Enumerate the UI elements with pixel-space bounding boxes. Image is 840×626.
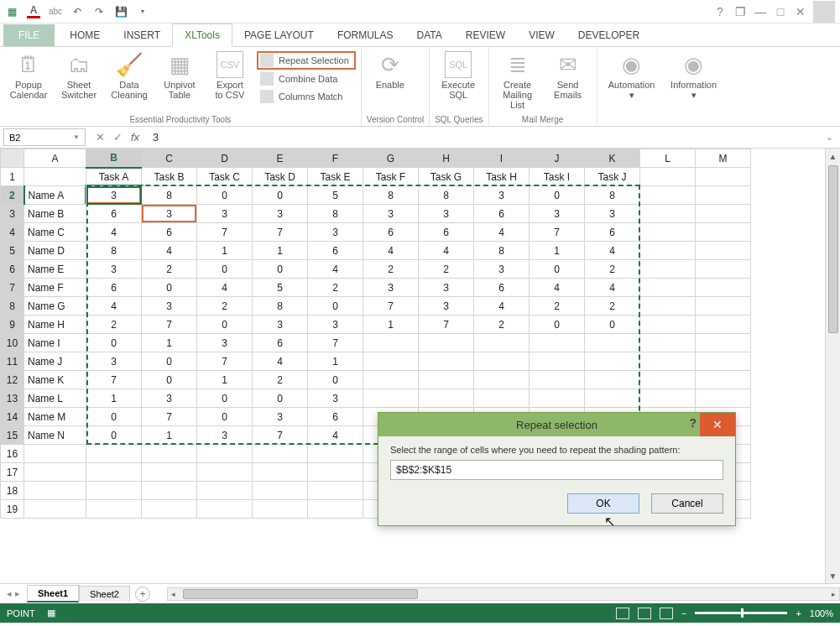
cell-D7[interactable]: 4 <box>197 279 253 297</box>
accept-formula-icon[interactable]: ✓ <box>113 131 123 143</box>
cell-E1[interactable]: Task D <box>253 168 308 186</box>
cell-J11[interactable] <box>530 352 585 371</box>
cell-K2[interactable]: 8 <box>585 186 640 205</box>
cell-L4[interactable] <box>640 223 696 242</box>
cell-F11[interactable]: 1 <box>308 352 363 371</box>
cell-K7[interactable]: 4 <box>585 279 640 297</box>
row-header-16[interactable]: 16 <box>1 445 24 463</box>
row-header-11[interactable]: 11 <box>1 352 24 371</box>
cell-F14[interactable]: 6 <box>308 408 363 426</box>
cell-C11[interactable]: 0 <box>142 352 197 371</box>
cell-F15[interactable]: 4 <box>308 426 363 445</box>
cell-D13[interactable]: 0 <box>197 389 253 408</box>
cell-A16[interactable] <box>24 445 86 463</box>
sheet-tab-1[interactable]: Sheet1 <box>27 585 79 603</box>
cell-M11[interactable] <box>696 352 751 371</box>
tab-insert[interactable]: INSERT <box>112 24 172 46</box>
cell-E7[interactable]: 5 <box>253 279 308 297</box>
cell-H6[interactable]: 2 <box>419 260 474 279</box>
enable-button[interactable]: ⟳Enable <box>367 50 414 91</box>
cell-A1[interactable] <box>24 168 86 186</box>
macro-record-icon[interactable]: ▦ <box>47 608 55 618</box>
scroll-up-icon[interactable]: ▲ <box>829 149 837 164</box>
cell-D15[interactable]: 3 <box>197 426 253 445</box>
cell-G4[interactable]: 6 <box>363 223 419 242</box>
row-header-14[interactable]: 14 <box>1 408 24 426</box>
cell-L3[interactable] <box>640 205 696 223</box>
cell-A8[interactable]: Name G <box>24 297 86 316</box>
cell-G10[interactable] <box>363 334 419 352</box>
cell-C3[interactable]: 3 <box>142 205 197 223</box>
cell-L11[interactable] <box>640 352 696 371</box>
row-header-5[interactable]: 5 <box>1 242 24 260</box>
cell-B19[interactable] <box>86 500 142 519</box>
cell-C2[interactable]: 8 <box>142 186 197 205</box>
cell-E5[interactable]: 1 <box>253 242 308 260</box>
cell-E9[interactable]: 3 <box>253 316 308 334</box>
col-header-B[interactable]: B <box>86 149 142 168</box>
cell-C18[interactable] <box>142 482 197 500</box>
cell-I11[interactable] <box>474 352 530 371</box>
unpivot-table-button[interactable]: ▦Unpivot Table <box>156 50 203 102</box>
cell-I1[interactable]: Task H <box>474 168 530 186</box>
tab-xltools[interactable]: XLTools <box>172 23 232 47</box>
cell-E4[interactable]: 7 <box>253 223 308 242</box>
tab-data[interactable]: DATA <box>405 24 454 46</box>
cell-G2[interactable]: 8 <box>363 186 419 205</box>
cell-H13[interactable] <box>419 389 474 408</box>
cell-E10[interactable]: 6 <box>253 334 308 352</box>
cell-B3[interactable]: 6 <box>86 205 142 223</box>
cell-F13[interactable]: 3 <box>308 389 363 408</box>
col-header-L[interactable]: L <box>640 149 696 168</box>
export-csv-button[interactable]: CSVExport to CSV <box>206 50 253 102</box>
row-header-9[interactable]: 9 <box>1 316 24 334</box>
col-header-C[interactable]: C <box>142 149 197 168</box>
cell-B4[interactable]: 4 <box>86 223 142 242</box>
row-header-2[interactable]: 2 <box>1 186 24 205</box>
cell-D17[interactable] <box>197 463 253 482</box>
cell-L1[interactable] <box>640 168 696 186</box>
cell-B17[interactable] <box>86 463 142 482</box>
cell-K13[interactable] <box>585 389 640 408</box>
cell-H10[interactable] <box>419 334 474 352</box>
cell-J12[interactable] <box>530 371 585 389</box>
scroll-down-icon[interactable]: ▼ <box>829 568 837 583</box>
cell-I10[interactable] <box>474 334 530 352</box>
cell-C8[interactable]: 3 <box>142 297 197 316</box>
font-color-icon[interactable]: A <box>27 5 40 18</box>
cell-M7[interactable] <box>696 279 751 297</box>
cell-M8[interactable] <box>696 297 751 316</box>
cell-F3[interactable]: 8 <box>308 205 363 223</box>
cell-D19[interactable] <box>197 500 253 519</box>
qat-customize-icon[interactable]: ▾ <box>136 5 149 18</box>
cell-J13[interactable] <box>530 389 585 408</box>
cell-F10[interactable]: 7 <box>308 334 363 352</box>
cell-J6[interactable]: 0 <box>530 260 585 279</box>
row-header-13[interactable]: 13 <box>1 389 24 408</box>
cell-C15[interactable]: 1 <box>142 426 197 445</box>
zoom-out-icon[interactable]: − <box>681 608 686 618</box>
cell-A14[interactable]: Name M <box>24 408 86 426</box>
cell-D18[interactable] <box>197 482 253 500</box>
row-header-4[interactable]: 4 <box>1 223 24 242</box>
tab-review[interactable]: REVIEW <box>454 24 517 46</box>
cell-H1[interactable]: Task G <box>419 168 474 186</box>
cell-B8[interactable]: 4 <box>86 297 142 316</box>
cell-D1[interactable]: Task C <box>197 168 253 186</box>
col-header-D[interactable]: D <box>197 149 253 168</box>
cell-B14[interactable]: 0 <box>86 408 142 426</box>
cell-C13[interactable]: 3 <box>142 389 197 408</box>
cell-H12[interactable] <box>419 371 474 389</box>
scroll-thumb[interactable] <box>828 165 838 333</box>
col-header-G[interactable]: G <box>363 149 419 168</box>
cell-D10[interactable]: 3 <box>197 334 253 352</box>
view-page-break-icon[interactable] <box>660 608 673 619</box>
cell-J1[interactable]: Task I <box>530 168 585 186</box>
cell-K10[interactable] <box>585 334 640 352</box>
cell-C9[interactable]: 7 <box>142 316 197 334</box>
cell-M6[interactable] <box>696 260 751 279</box>
save-icon[interactable]: 💾 <box>114 5 128 18</box>
cell-F17[interactable] <box>308 463 363 482</box>
cell-H11[interactable] <box>419 352 474 371</box>
cell-E15[interactable]: 7 <box>253 426 308 445</box>
